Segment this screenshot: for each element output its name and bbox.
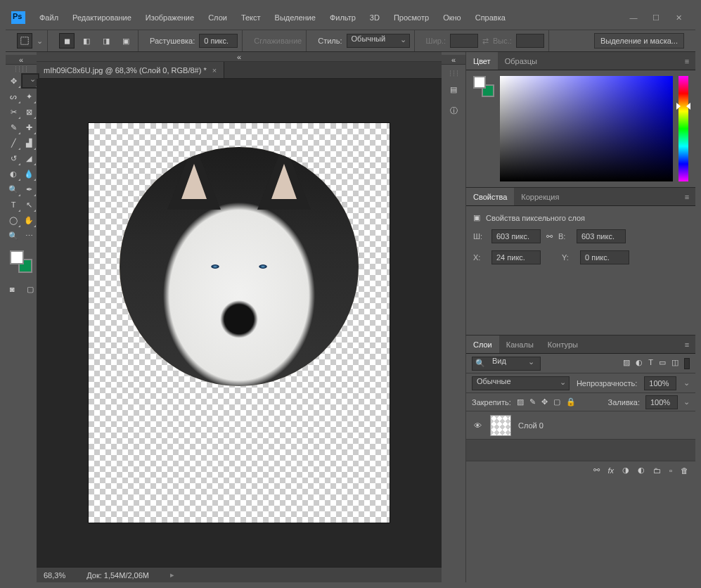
style-select[interactable]: Обычный xyxy=(347,34,410,48)
filter-toggle-icon[interactable] xyxy=(684,358,690,369)
w-input[interactable]: 603 пикс. xyxy=(491,229,541,243)
layer-mask-icon[interactable]: ◑ xyxy=(622,466,629,475)
color-field[interactable] xyxy=(500,76,673,181)
info-panel-icon[interactable]: ⓘ xyxy=(446,103,461,118)
tab-color[interactable]: Цвет xyxy=(466,52,498,70)
lock-transparent-icon[interactable]: ▨ xyxy=(517,397,524,407)
stamp-tool[interactable]: ▟ xyxy=(21,135,37,151)
delete-layer-icon[interactable]: 🗑 xyxy=(681,466,688,475)
tool-preset-chevron-icon[interactable]: ⌄ xyxy=(37,37,43,46)
filter-pixel-icon[interactable]: ▨ xyxy=(623,358,630,369)
selection-add-icon[interactable]: ◧ xyxy=(79,33,94,49)
tab-adjustments[interactable]: Коррекция xyxy=(514,188,566,205)
move-tool[interactable]: ✥ xyxy=(6,73,21,89)
frame-tool[interactable]: ⊠ xyxy=(21,104,37,120)
lock-artboard-icon[interactable]: ▢ xyxy=(553,397,560,407)
eyedropper-tool[interactable]: ✎ xyxy=(6,120,21,135)
maximize-button[interactable]: ☐ xyxy=(645,11,667,25)
tab-paths[interactable]: Контуры xyxy=(541,335,585,353)
crop-tool[interactable]: ✂ xyxy=(6,104,21,120)
gradient-tool[interactable]: ◐ xyxy=(6,166,21,181)
edit-toolbar[interactable]: ⋯ xyxy=(21,228,37,243)
panel-fg-swatch[interactable] xyxy=(473,76,486,89)
lock-pixels-icon[interactable]: ✎ xyxy=(529,397,536,407)
foreground-color-swatch[interactable] xyxy=(10,250,24,264)
layer-row[interactable]: 👁 Слой 0 xyxy=(466,411,695,440)
selection-intersect-icon[interactable]: ▣ xyxy=(118,33,134,49)
path-select-tool[interactable]: ↖ xyxy=(21,197,37,212)
menu-window[interactable]: Окно xyxy=(437,11,467,24)
link-layers-icon[interactable]: ⚯ xyxy=(593,466,600,475)
color-swatches[interactable] xyxy=(10,250,32,273)
canvas-viewport[interactable] xyxy=(37,79,442,567)
new-fill-adjust-icon[interactable]: ◐ xyxy=(638,466,645,475)
lasso-tool[interactable]: ᔕ xyxy=(6,89,21,104)
history-panel-icon[interactable]: ▤ xyxy=(446,82,461,97)
link-wh-icon[interactable]: ⚯ xyxy=(546,232,553,241)
close-button[interactable]: ✕ xyxy=(667,11,690,25)
history-brush-tool[interactable]: ↺ xyxy=(6,151,21,166)
brush-tool[interactable]: ╱ xyxy=(6,135,21,151)
lock-all-icon[interactable]: 🔒 xyxy=(566,397,576,407)
docarea-collapse-icon[interactable]: « xyxy=(37,52,442,62)
panel-color-swatches[interactable] xyxy=(473,76,494,97)
lock-position-icon[interactable]: ✥ xyxy=(541,397,548,407)
selection-new-icon[interactable]: ◼ xyxy=(59,33,75,49)
healing-tool[interactable]: ✚ xyxy=(21,120,37,135)
fill-chevron-icon[interactable]: ⌄ xyxy=(683,397,690,407)
new-group-icon[interactable]: 🗀 xyxy=(653,466,661,475)
filter-shape-icon[interactable]: ▭ xyxy=(659,358,666,369)
eraser-tool[interactable]: ◢ xyxy=(21,151,37,166)
dodge-tool[interactable]: 🔍 xyxy=(6,181,21,197)
layer-filter-kind[interactable]: 🔍 Вид xyxy=(472,357,541,371)
screen-mode-icon[interactable]: ▢ xyxy=(22,281,38,297)
menu-edit[interactable]: Редактирование xyxy=(67,11,137,24)
pen-tool[interactable]: ✒ xyxy=(21,181,37,197)
midstrip-collapse-icon[interactable]: « xyxy=(442,55,465,65)
type-tool[interactable]: T xyxy=(6,197,21,212)
color-panel-menu-icon[interactable]: ≡ xyxy=(679,52,695,70)
opacity-chevron-icon[interactable]: ⌄ xyxy=(683,378,690,388)
tab-layers[interactable]: Слои xyxy=(466,335,499,353)
selection-subtract-icon[interactable]: ◨ xyxy=(98,33,114,49)
filter-type-icon[interactable]: T xyxy=(648,358,653,369)
tab-properties[interactable]: Свойства xyxy=(466,188,514,205)
layer-thumbnail[interactable] xyxy=(490,415,511,436)
new-layer-icon[interactable]: ▫ xyxy=(669,466,672,475)
canvas[interactable] xyxy=(89,123,390,523)
opacity-input[interactable]: 100% xyxy=(644,376,676,390)
tab-channels[interactable]: Каналы xyxy=(499,335,541,353)
layer-visibility-icon[interactable]: 👁 xyxy=(472,421,483,430)
filter-smart-icon[interactable]: ◫ xyxy=(671,358,679,369)
zoom-readout[interactable]: 68,3% xyxy=(44,571,65,580)
shape-tool[interactable]: ◯ xyxy=(6,212,21,228)
menu-image[interactable]: Изображение xyxy=(140,11,200,24)
menu-type[interactable]: Текст xyxy=(236,11,266,24)
y-input[interactable]: 0 пикс. xyxy=(580,250,629,264)
fill-input[interactable]: 100% xyxy=(645,395,678,409)
menu-filter[interactable]: Фильтр xyxy=(324,11,361,24)
feather-input[interactable]: 0 пикс. xyxy=(199,34,238,48)
menu-select[interactable]: Выделение xyxy=(269,11,321,24)
select-and-mask-button[interactable]: Выделение и маска... xyxy=(594,33,684,49)
menu-3d[interactable]: 3D xyxy=(364,11,385,24)
menu-layers[interactable]: Слои xyxy=(202,11,233,24)
doc-info[interactable]: Док: 1,54M/2,06M xyxy=(86,571,149,580)
close-tab-icon[interactable]: × xyxy=(212,66,217,75)
current-tool-icon[interactable] xyxy=(17,33,32,49)
minimize-button[interactable]: — xyxy=(622,11,645,25)
menu-view[interactable]: Просмотр xyxy=(388,11,435,24)
hand-tool[interactable]: ✋ xyxy=(21,212,37,228)
layer-fx-icon[interactable]: fx xyxy=(608,466,615,475)
hue-slider[interactable] xyxy=(679,76,688,181)
layer-filter-select[interactable]: Вид xyxy=(488,357,537,371)
tab-swatches[interactable]: Образцы xyxy=(498,52,544,70)
zoom-tool[interactable]: 🔍 xyxy=(6,228,21,243)
tools-collapse-icon[interactable]: « xyxy=(6,55,37,65)
menu-file[interactable]: Файл xyxy=(34,11,64,24)
quick-mask-icon[interactable]: ◙ xyxy=(4,281,20,297)
document-tab[interactable]: mIh09iC8x6U.jpg @ 68,3% (Слой 0, RGB/8#)… xyxy=(37,62,224,78)
blend-mode-select[interactable]: Обычные xyxy=(472,376,570,390)
menu-help[interactable]: Справка xyxy=(470,11,511,24)
quick-select-tool[interactable]: ✦ xyxy=(21,89,37,104)
